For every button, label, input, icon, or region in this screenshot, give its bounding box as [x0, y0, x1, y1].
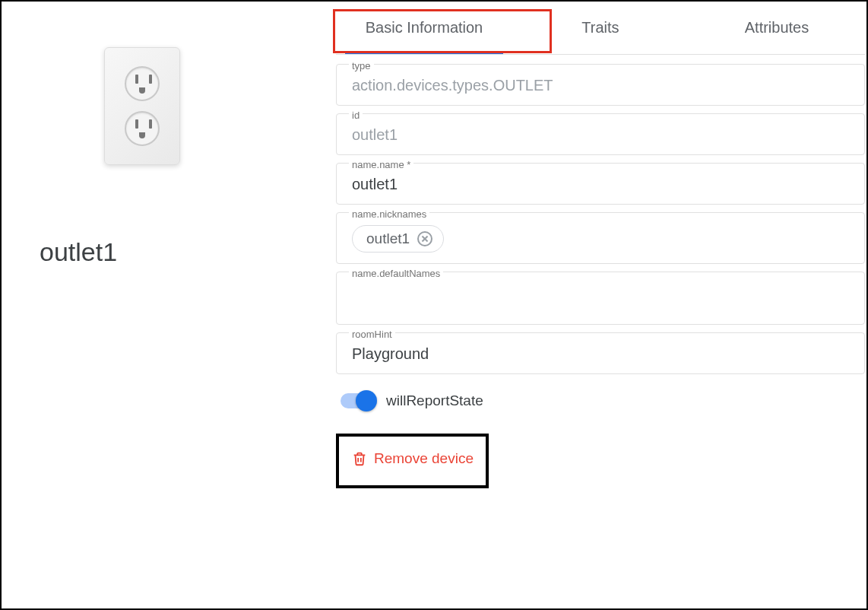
tab-label: Traits: [581, 19, 619, 37]
toggle-knob-icon: [356, 390, 377, 411]
trash-icon: [351, 450, 366, 467]
field-value: action.devices.types.OUTLET: [352, 77, 849, 94]
outlet-plug-icon: [125, 66, 160, 101]
field-label: name.defaultNames: [349, 268, 443, 279]
field-name-name[interactable]: name.name * outlet1: [336, 163, 865, 205]
remove-chip-icon[interactable]: [417, 231, 432, 246]
device-summary-panel: outlet1: [2, 2, 336, 608]
tab-traits[interactable]: Traits: [512, 2, 689, 54]
remove-device-button[interactable]: Remove device: [351, 450, 474, 467]
tabs: Basic Information Traits Attributes: [336, 2, 865, 55]
field-name-defaultnames[interactable]: name.defaultNames: [336, 272, 865, 325]
nickname-chip[interactable]: outlet1: [352, 225, 444, 253]
field-value: outlet1: [352, 126, 849, 144]
field-label: id: [349, 110, 363, 121]
field-name-nicknames[interactable]: name.nicknames outlet1: [336, 212, 865, 264]
tab-attributes[interactable]: Attributes: [689, 2, 865, 54]
chip-label: outlet1: [366, 230, 410, 247]
field-label: name.name *: [349, 159, 413, 170]
remove-device-label: Remove device: [374, 450, 474, 467]
willreportstate-row: willReportState: [336, 382, 865, 417]
field-label: name.nicknames: [349, 208, 429, 220]
field-type: type action.devices.types.OUTLET: [336, 64, 865, 106]
field-roomhint[interactable]: roomHint Playground: [336, 332, 865, 374]
tab-label: Attributes: [745, 19, 809, 37]
device-outlet-image: [104, 47, 180, 165]
roomhint-input[interactable]: Playground: [352, 345, 849, 363]
basic-info-form: type action.devices.types.OUTLET id outl…: [336, 55, 865, 488]
field-label: type: [349, 60, 374, 71]
tab-basic-information[interactable]: Basic Information: [336, 2, 512, 54]
toggle-label: willReportState: [386, 392, 483, 409]
device-form-panel: Basic Information Traits Attributes type…: [336, 2, 866, 608]
field-label: roomHint: [349, 329, 395, 340]
tab-label: Basic Information: [366, 19, 483, 37]
outlet-plug-icon: [125, 111, 160, 146]
remove-device-highlight: Remove device: [336, 434, 489, 488]
device-title: outlet1: [40, 237, 117, 267]
willreportstate-toggle[interactable]: [341, 393, 375, 408]
name-input[interactable]: outlet1: [352, 176, 849, 193]
field-id: id outlet1: [336, 113, 865, 155]
